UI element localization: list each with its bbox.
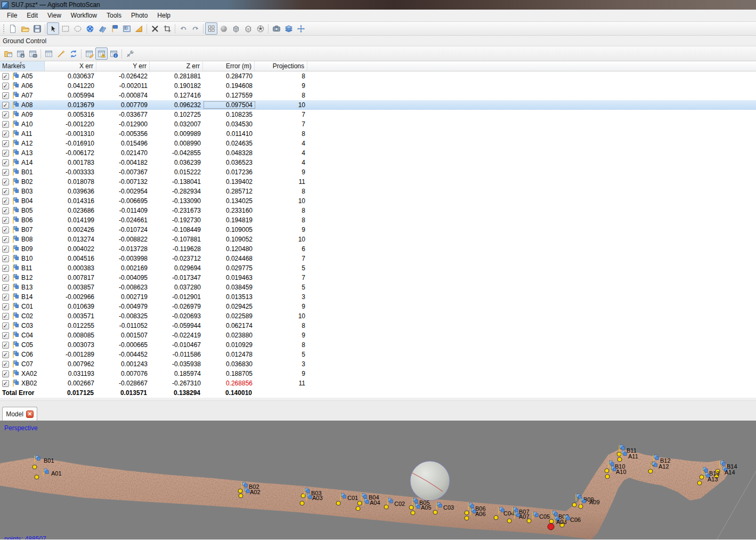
table-row[interactable]: ✓B130.003857-0.0086230.0372800.0384595 xyxy=(0,283,756,292)
tab-close-icon[interactable]: ✕ xyxy=(26,410,34,418)
marker-checkbox[interactable]: ✓ xyxy=(0,236,11,243)
resize-region-button[interactable] xyxy=(161,22,173,35)
menu-help[interactable]: Help xyxy=(152,10,175,21)
table-row[interactable]: ✓B110.0003830.0021690.0296940.0297755 xyxy=(0,263,756,273)
table-row[interactable]: ✓A070.005994-0.0008740.1274160.1275598 xyxy=(0,91,756,100)
marker-checkbox[interactable]: ✓ xyxy=(0,111,11,118)
marker-checkbox[interactable]: ✓ xyxy=(0,275,11,281)
marker-point-dot[interactable] xyxy=(239,494,243,498)
model-marker-flag-A04[interactable] xyxy=(363,498,370,506)
wand-button[interactable] xyxy=(55,47,67,60)
menu-edit[interactable]: Edit xyxy=(22,10,43,21)
table-row[interactable]: ✓A12-0.0169100.0154960.0089900.0246354 xyxy=(0,139,756,148)
marker-point-dot[interactable] xyxy=(411,511,416,515)
view-errors-button[interactable] xyxy=(95,47,108,60)
model-viewport[interactable]: Perspective points: 488507 B01A01B02A02B… xyxy=(0,421,756,539)
table-row[interactable]: ✓B050.023686-0.011409-0.2316730.2331608 xyxy=(0,206,756,215)
menu-photo[interactable]: Photo xyxy=(126,10,152,21)
marker-checkbox[interactable]: ✓ xyxy=(0,159,11,166)
open-project-button[interactable] xyxy=(19,22,31,35)
marker-checkbox[interactable]: ✓ xyxy=(0,294,11,301)
model-marker-flag-B12[interactable] xyxy=(653,455,660,462)
table-row[interactable]: ✓B060.014199-0.024661-0.1927300.1948198 xyxy=(0,215,756,225)
column-header-error-m-[interactable]: Error (m) xyxy=(203,61,255,71)
marker-point-dot[interactable] xyxy=(300,501,305,506)
marker-checkbox[interactable]: ✓ xyxy=(0,332,11,339)
marker-checkbox[interactable]: ✓ xyxy=(0,284,11,291)
save-reference-button[interactable] xyxy=(14,47,27,60)
model-marker-flag-C01[interactable] xyxy=(340,493,347,501)
add-marker-button[interactable] xyxy=(108,22,120,35)
model-marker-flag-C03[interactable] xyxy=(436,502,443,510)
marker-checkbox[interactable]: ✓ xyxy=(0,217,11,224)
rectangle-selection-button[interactable] xyxy=(59,22,71,35)
import-reference-button[interactable] xyxy=(2,47,14,60)
add-scalebar-button[interactable] xyxy=(133,22,145,35)
table-row[interactable]: ✓C06-0.001289-0.004452-0.0115860.0124785 xyxy=(0,350,756,359)
edit-table-button[interactable] xyxy=(83,47,95,60)
marker-checkbox[interactable]: ✓ xyxy=(0,303,11,310)
show-markers-button[interactable] xyxy=(282,22,295,35)
marker-point-dot[interactable] xyxy=(32,465,37,470)
view-info-button[interactable] xyxy=(108,47,120,60)
wireframe-model-button[interactable] xyxy=(242,22,254,35)
table-row[interactable]: ✓A060.041220-0.0020110.1901820.1946089 xyxy=(0,81,756,91)
model-marker-flag-C05[interactable] xyxy=(532,512,539,519)
table-row[interactable]: ✓XA020.0311930.0070760.1859740.1887059 xyxy=(0,369,756,378)
marker-checkbox[interactable]: ✓ xyxy=(0,361,11,368)
table-row[interactable]: ✓B100.004516-0.003998-0.0237120.0244687 xyxy=(0,254,756,263)
marker-point-dot[interactable] xyxy=(648,469,653,474)
marker-checkbox[interactable]: ✓ xyxy=(0,102,11,109)
marker-checkbox[interactable]: ✓ xyxy=(0,380,11,387)
table-row[interactable]: ✓A140.001783-0.0041820.0362390.0365234 xyxy=(0,158,756,167)
marker-checkbox[interactable]: ✓ xyxy=(0,73,11,80)
textured-model-button[interactable] xyxy=(254,22,266,35)
marker-checkbox[interactable]: ✓ xyxy=(0,342,11,349)
delete-button[interactable] xyxy=(149,22,161,35)
marker-point-dot[interactable] xyxy=(356,506,361,511)
marker-checkbox[interactable]: ✓ xyxy=(0,255,11,262)
column-header-x-err[interactable]: X err xyxy=(45,61,96,71)
table-row[interactable]: ✓B090.004022-0.013728-0.1196280.1204806 xyxy=(0,244,756,254)
table-row[interactable]: ✓A080.0136790.0077090.0962320.09750410 xyxy=(0,100,756,110)
marker-checkbox[interactable]: ✓ xyxy=(0,92,11,99)
redo-button[interactable] xyxy=(189,22,201,35)
marker-point-dot[interactable] xyxy=(507,519,512,523)
grid-view-button[interactable] xyxy=(205,22,217,35)
model-marker-flag-A09[interactable] xyxy=(580,498,587,505)
pan-view-button[interactable] xyxy=(295,22,307,35)
marker-point-dot[interactable] xyxy=(465,516,469,521)
table-row[interactable]: ✓B120.007817-0.004095-0.0173470.0194637 xyxy=(0,273,756,283)
shaded-model-button[interactable] xyxy=(230,22,242,35)
select-arrow-button[interactable] xyxy=(47,22,59,35)
menu-view[interactable]: View xyxy=(43,10,66,21)
table-row[interactable]: ✓B030.039636-0.002954-0.2829340.2857128 xyxy=(0,187,756,196)
table-row[interactable]: ✓C050.003073-0.000665-0.0104670.0109298 xyxy=(0,340,756,350)
draw-label-button[interactable] xyxy=(120,22,133,35)
table-row[interactable]: ✓XB020.002667-0.028667-0.2673100.2688561… xyxy=(0,378,756,388)
table-row[interactable]: ✓A11-0.001310-0.0053560.0099890.0114108 xyxy=(0,129,756,139)
model-marker-flag-A12[interactable] xyxy=(651,462,658,469)
model-marker-flag-A01[interactable] xyxy=(43,469,50,476)
marker-checkbox[interactable]: ✓ xyxy=(0,131,11,138)
marker-checkbox[interactable]: ✓ xyxy=(0,150,11,157)
marker-point-dot[interactable] xyxy=(697,481,702,486)
marker-point-dot[interactable] xyxy=(605,469,609,473)
marker-checkbox[interactable]: ✓ xyxy=(0,188,11,195)
undo-button[interactable] xyxy=(177,22,189,35)
column-header-projections[interactable]: Projections xyxy=(255,61,307,71)
table-row[interactable]: ✓B070.002426-0.010724-0.1084490.1090059 xyxy=(0,225,756,235)
marker-point-dot[interactable] xyxy=(433,510,438,515)
table-row[interactable]: ✓B080.013274-0.008822-0.1078810.10905210 xyxy=(0,235,756,244)
menu-file[interactable]: File xyxy=(2,10,22,21)
model-marker-flag-B01[interactable] xyxy=(34,455,41,463)
marker-checkbox[interactable]: ✓ xyxy=(0,313,11,320)
marker-checkbox[interactable]: ✓ xyxy=(0,323,11,329)
table-row[interactable]: ✓C010.010639-0.004979-0.0269790.0294259 xyxy=(0,302,756,311)
marker-point-dot[interactable] xyxy=(336,501,341,506)
point-cloud-button[interactable] xyxy=(217,22,230,35)
save-project-button[interactable] xyxy=(31,22,43,35)
marker-checkbox[interactable]: ✓ xyxy=(0,265,11,272)
table-row[interactable]: ✓A10-0.001220-0.0129000.0320070.0345307 xyxy=(0,119,756,129)
marker-point-dot[interactable] xyxy=(572,503,577,507)
